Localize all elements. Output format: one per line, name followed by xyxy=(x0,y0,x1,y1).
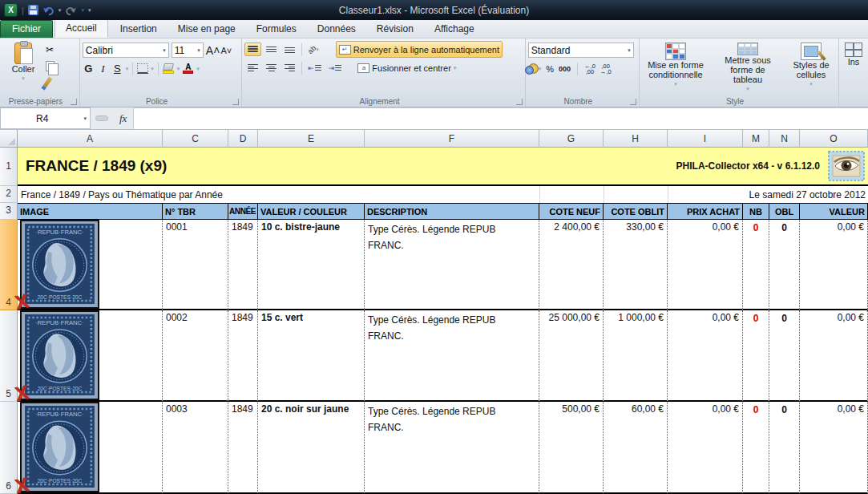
table-header-tbr[interactable]: N° TBR xyxy=(163,203,228,220)
tab-donnees[interactable]: Données xyxy=(307,21,366,38)
cell-description[interactable]: Type Cérès. Légende REPUB FRANC. xyxy=(365,220,539,310)
italic-button[interactable]: I xyxy=(97,63,109,75)
borders-button[interactable] xyxy=(137,63,148,74)
thousands-separator-button[interactable]: 000 xyxy=(559,65,571,73)
format-as-table-button[interactable]: Mettre sous forme de tableau ▾ xyxy=(713,41,783,95)
stamp-image-cell[interactable]: X xyxy=(18,310,163,402)
grow-font-button[interactable]: A˄ xyxy=(206,44,218,57)
table-header-valeur-couleur[interactable]: VALEUR / COULEUR xyxy=(258,203,365,220)
cell-valeur[interactable]: 0,00 € xyxy=(800,220,868,310)
undo-icon[interactable] xyxy=(42,5,55,15)
excel-app-icon[interactable]: X xyxy=(4,3,18,17)
cell-prix-achat[interactable]: 0,00 € xyxy=(668,310,743,402)
row-header-1[interactable]: 1 xyxy=(0,148,18,186)
column-header-h[interactable]: H xyxy=(604,130,668,148)
cell-nb[interactable]: 0 xyxy=(743,310,769,402)
font-dialog-launcher[interactable] xyxy=(232,99,239,105)
copy-button[interactable]: ▾ xyxy=(44,59,61,73)
merge-center-button[interactable]: a Fusionner et centrer ▾ xyxy=(354,59,459,76)
save-icon[interactable] xyxy=(28,5,38,15)
cell-prix-achat[interactable]: 0,00 € xyxy=(668,220,743,310)
table-header-valeur[interactable]: VALEUR xyxy=(800,203,868,220)
namebox-resize-handle[interactable] xyxy=(95,115,108,121)
cut-button[interactable]: ✂ xyxy=(44,43,61,57)
tab-affichage[interactable]: Affichage xyxy=(424,21,485,38)
cell-cote-oblit[interactable]: 330,00 € xyxy=(604,220,668,310)
underline-caret-icon[interactable]: ▾ xyxy=(126,66,129,72)
tab-revision[interactable]: Révision xyxy=(366,21,424,38)
cell-obl[interactable]: 0 xyxy=(769,310,800,402)
row-header-3[interactable]: 3 xyxy=(0,203,18,220)
number-dialog-launcher[interactable] xyxy=(630,99,636,105)
cell-year[interactable]: 1849 xyxy=(228,402,258,494)
name-box-caret-icon[interactable]: ▾ xyxy=(83,115,90,122)
cell-value-color[interactable]: 20 c. noir sur jaune xyxy=(258,402,365,494)
align-right-button[interactable] xyxy=(281,61,298,75)
column-header-d[interactable]: D xyxy=(228,130,258,148)
accounting-format-button[interactable]: ▾ xyxy=(528,63,542,74)
orientation-button[interactable]: ab▾ xyxy=(305,43,321,56)
font-name-select[interactable]: Calibri▾ xyxy=(83,43,169,58)
fill-caret-icon[interactable]: ▾ xyxy=(177,66,180,72)
font-color-button[interactable]: A xyxy=(182,63,194,74)
align-center-button[interactable] xyxy=(263,61,280,75)
borders-caret-icon[interactable]: ▾ xyxy=(151,66,154,72)
cell-h2[interactable] xyxy=(604,186,668,203)
font-size-select[interactable]: 11▾ xyxy=(172,43,204,58)
bold-button[interactable]: G xyxy=(83,63,95,75)
paste-button[interactable]: Coller ▾ xyxy=(2,41,44,89)
increase-decimal-button[interactable]: ←,0,00 xyxy=(584,63,595,75)
stamp-image-cell[interactable]: X xyxy=(18,220,163,310)
clipboard-dialog-launcher[interactable] xyxy=(71,99,77,105)
cell-tbr[interactable]: 0001 xyxy=(163,220,228,310)
fill-color-button[interactable] xyxy=(163,63,175,74)
cell-year[interactable]: 1849 xyxy=(228,220,258,310)
table-header-annee[interactable]: ANNÉE xyxy=(228,203,258,220)
align-top-button[interactable] xyxy=(244,43,261,56)
cell-cote-oblit[interactable]: 1 000,00 € xyxy=(604,310,668,402)
table-header-image[interactable]: IMAGE xyxy=(18,203,163,220)
cell-valeur[interactable]: 0,00 € xyxy=(800,310,868,402)
table-header-obl[interactable]: OBL xyxy=(769,203,800,220)
percent-button[interactable]: % xyxy=(546,64,554,74)
table-header-cote-neuf[interactable]: COTE NEUF xyxy=(539,203,604,220)
cell-value-color[interactable]: 15 c. vert xyxy=(258,310,365,402)
cell-cote-neuf[interactable]: 2 400,00 € xyxy=(539,220,604,310)
formula-input[interactable] xyxy=(134,107,868,129)
insert-function-button[interactable]: fx xyxy=(113,107,134,129)
cell-g2[interactable] xyxy=(539,186,604,203)
cell-styles-button[interactable]: Styles de cellules ▾ xyxy=(786,41,836,95)
cell-nb[interactable]: 0 xyxy=(743,402,769,494)
cell-year[interactable]: 1849 xyxy=(228,310,258,402)
cell-valeur[interactable]: 0,00 € xyxy=(800,402,868,494)
column-header-g[interactable]: G xyxy=(539,130,604,148)
redo-caret-icon[interactable]: ▾ xyxy=(81,7,84,14)
column-header-e[interactable]: E xyxy=(258,130,365,148)
tab-mise-en-page[interactable]: Mise en page xyxy=(168,21,246,38)
tab-fichier[interactable]: Fichier xyxy=(0,20,53,38)
insert-cells-button[interactable]: Ins xyxy=(842,41,866,68)
cell-cote-neuf[interactable]: 25 000,00 € xyxy=(539,310,604,402)
table-header-prix-achat[interactable]: PRIX ACHAT xyxy=(668,203,743,220)
tab-formules[interactable]: Formules xyxy=(246,21,307,38)
date-cell[interactable]: Le samedi 27 octobre 2012 xyxy=(668,186,868,203)
cell-nb[interactable]: 0 xyxy=(743,220,769,310)
align-middle-button[interactable] xyxy=(263,43,280,56)
wrap-text-button[interactable]: ↵ Renvoyer à la ligne automatiquement xyxy=(336,41,503,58)
redo-icon[interactable] xyxy=(65,5,77,15)
tab-insertion[interactable]: Insertion xyxy=(110,21,168,38)
banner-row[interactable]: FRANCE / 1849 (x9) PHILA-Collector x64 -… xyxy=(18,148,868,186)
conditional-formatting-button[interactable]: Mise en forme conditionnelle ▾ xyxy=(642,41,709,95)
qat-customize-icon[interactable]: ▾ xyxy=(88,7,91,14)
number-format-select[interactable]: Standard▾ xyxy=(528,43,634,58)
cell-obl[interactable]: 0 xyxy=(769,402,800,494)
underline-button[interactable]: S xyxy=(111,63,123,75)
align-left-button[interactable] xyxy=(244,61,261,75)
column-header-a[interactable]: A xyxy=(18,130,163,148)
cell-description[interactable]: Type Cérès. Légende REPUB FRANC. xyxy=(365,310,539,402)
column-header-n[interactable]: N xyxy=(769,130,800,148)
column-header-c[interactable]: C xyxy=(163,130,228,148)
ceres-stamp-image[interactable]: X xyxy=(20,402,99,492)
cell-cote-oblit[interactable]: 60,00 € xyxy=(604,402,668,494)
cell-prix-achat[interactable]: 0,00 € xyxy=(668,402,743,494)
